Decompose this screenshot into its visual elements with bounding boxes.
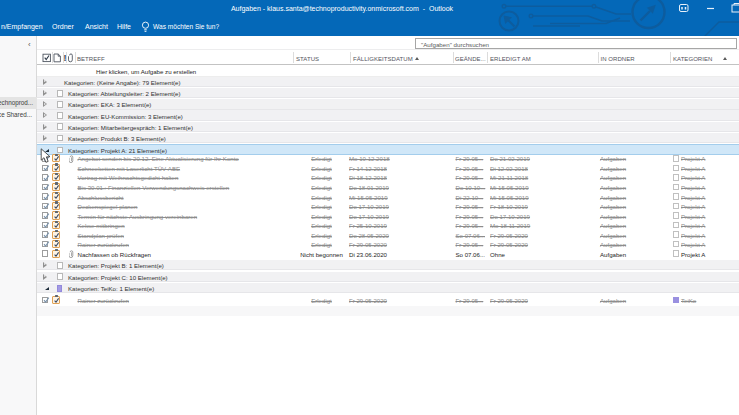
svg-text:!: ! — [63, 53, 66, 63]
